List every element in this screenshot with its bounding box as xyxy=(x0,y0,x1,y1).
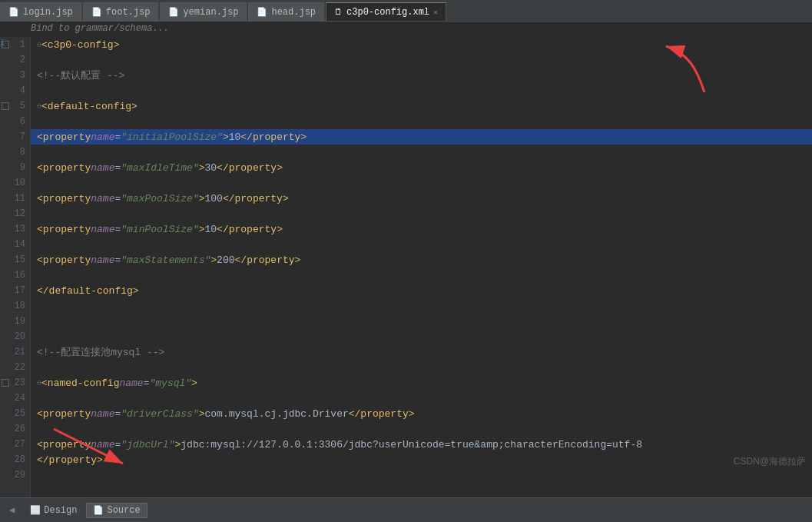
code-line-27: <property name="jdbcUrl">jdbc:mysql://12… xyxy=(31,437,812,452)
tag-bracket: < xyxy=(41,39,48,51)
line-number-17: 17 xyxy=(0,283,30,298)
line-number-16: 16 xyxy=(0,268,30,283)
close-icon[interactable]: ✕ xyxy=(433,8,438,17)
line-number-29: 29 xyxy=(0,467,30,483)
code-line-3: <!--默认配置 --> xyxy=(31,68,812,83)
file-icon: 📄 xyxy=(168,7,179,17)
code-area[interactable]: ⊖<c3p0-config> <!--默认配置 --> ⊖<default-co… xyxy=(31,37,812,497)
code-line-26 xyxy=(31,421,812,437)
code-line-2 xyxy=(31,52,812,68)
code-line-9: <property name="maxIdleTime">30</propert… xyxy=(31,160,812,175)
tab-label: c3p0-config.xml xyxy=(346,7,429,18)
bottom-tab-icon-design: ⬜ xyxy=(30,505,41,515)
line-number-7: 7 xyxy=(0,129,30,145)
code-line-22 xyxy=(31,360,812,375)
bottom-tab-icon-source: 📄 xyxy=(93,505,104,515)
line-number-27: 27 xyxy=(0,437,30,452)
code-line-11: <property name="maxPoolSize">100</proper… xyxy=(31,191,812,206)
line-number-19: 19 xyxy=(0,314,30,329)
file-icon: 📄 xyxy=(8,7,19,17)
code-line-24 xyxy=(31,391,812,406)
code-line-5: ⊖<default-config> xyxy=(31,98,812,114)
comment-text: <!--默认配置 --> xyxy=(37,68,124,82)
code-line-15: <property name="maxStatements">200</prop… xyxy=(31,252,812,268)
tab-label: foot.jsp xyxy=(106,7,151,18)
line-number-10: 10 xyxy=(0,175,30,191)
file-icon: 📄 xyxy=(257,7,267,17)
code-line-17: </default-config> xyxy=(31,283,812,298)
line-number-18: 18 xyxy=(0,298,30,314)
code-line-23: ⊖<named-config name="mysql"> xyxy=(31,375,812,391)
watermark: CSDN@海德拉萨 xyxy=(734,455,806,468)
code-line-12 xyxy=(31,206,812,221)
tag-name: default-config xyxy=(48,101,131,112)
file-icon: 📄 xyxy=(91,7,102,17)
line-number-25: 25 xyxy=(0,406,30,421)
line-number-26: 26 xyxy=(0,421,30,437)
line-number-9: 9 xyxy=(0,160,30,175)
tab-label: head.jsp xyxy=(271,7,316,18)
code-line-8 xyxy=(31,145,812,160)
line-number-21: 21 xyxy=(0,344,30,360)
line-number-24: 24 xyxy=(0,391,30,406)
bottom-tab-source[interactable]: 📄Source xyxy=(86,503,147,518)
code-line-19 xyxy=(31,314,812,329)
line-number-14: 14 xyxy=(0,237,30,252)
code-line-4 xyxy=(31,83,812,98)
file-icon: 🗒 xyxy=(334,7,343,17)
code-line-18 xyxy=(31,298,812,314)
comment-text: <!--配置连接池mysql --> xyxy=(37,345,164,359)
line-number-5: 5 xyxy=(0,98,30,114)
tag-name: c3p0-config xyxy=(48,39,114,51)
tab-c3p0[interactable]: 🗒c3p0-config.xml✕ xyxy=(326,2,446,21)
code-line-28: </property> xyxy=(31,452,812,467)
code-line-20 xyxy=(31,329,812,344)
line-gutter: i123456789101112131415161718192021222324… xyxy=(0,37,31,497)
code-line-7: <property name="initialPoolSize">10</pro… xyxy=(31,129,812,145)
bottom-bar: ◀ ⬜Design📄Source xyxy=(0,497,812,522)
code-line-10 xyxy=(31,175,812,191)
editor-wrapper: i123456789101112131415161718192021222324… xyxy=(0,37,812,497)
tab-label: login.jsp xyxy=(23,7,73,18)
breakpoint-icon[interactable]: i xyxy=(0,39,9,50)
tab-head[interactable]: 📄head.jsp xyxy=(248,2,324,21)
line-number-15: 15 xyxy=(0,252,30,268)
line-number-4: 4 xyxy=(0,83,30,98)
bottom-tab-design[interactable]: ⬜Design xyxy=(24,504,83,517)
line-number-11: 11 xyxy=(0,191,30,206)
line-number-6: 6 xyxy=(0,114,30,129)
line-number-2: 2 xyxy=(0,52,30,68)
scroll-left-arrow[interactable]: ◀ xyxy=(6,503,18,517)
code-line-6 xyxy=(31,114,812,129)
line-number-12: 12 xyxy=(0,206,30,221)
code-line-14 xyxy=(31,237,812,252)
hint-bar: Bind to grammar/schema... xyxy=(0,22,812,37)
line-number-13: 13 xyxy=(0,221,30,237)
code-line-16 xyxy=(31,268,812,283)
line-number-28: 28 xyxy=(0,452,30,467)
tab-foot[interactable]: 📄foot.jsp xyxy=(83,2,159,21)
bottom-tab-label-source: Source xyxy=(107,505,140,516)
line-number-1: i1 xyxy=(0,37,30,52)
bottom-tab-label-design: Design xyxy=(44,505,77,516)
tag-bracket: < xyxy=(41,101,48,112)
code-line-13: <property name="minPoolSize">10</propert… xyxy=(31,221,812,237)
code-line-21: <!--配置连接池mysql --> xyxy=(31,344,812,360)
code-line-1: ⊖<c3p0-config> xyxy=(31,37,812,52)
editor-container: i123456789101112131415161718192021222324… xyxy=(0,37,812,497)
code-line-25: <property name="driverClass">com.mysql.c… xyxy=(31,406,812,421)
line-number-22: 22 xyxy=(0,360,30,375)
line-number-23: 23 xyxy=(0,375,30,391)
tab-bar: 📄login.jsp📄foot.jsp📄yemian.jsp📄head.jsp🗒… xyxy=(0,0,812,22)
line-number-20: 20 xyxy=(0,329,30,344)
hint-text: Bind to grammar/schema... xyxy=(31,23,169,34)
line-number-3: 3 xyxy=(0,68,30,83)
tab-label: yemian.jsp xyxy=(183,7,238,18)
line-number-8: 8 xyxy=(0,145,30,160)
code-line-29 xyxy=(31,467,812,483)
tab-yemian[interactable]: 📄yemian.jsp xyxy=(160,2,247,21)
tab-login[interactable]: 📄login.jsp xyxy=(0,2,81,21)
